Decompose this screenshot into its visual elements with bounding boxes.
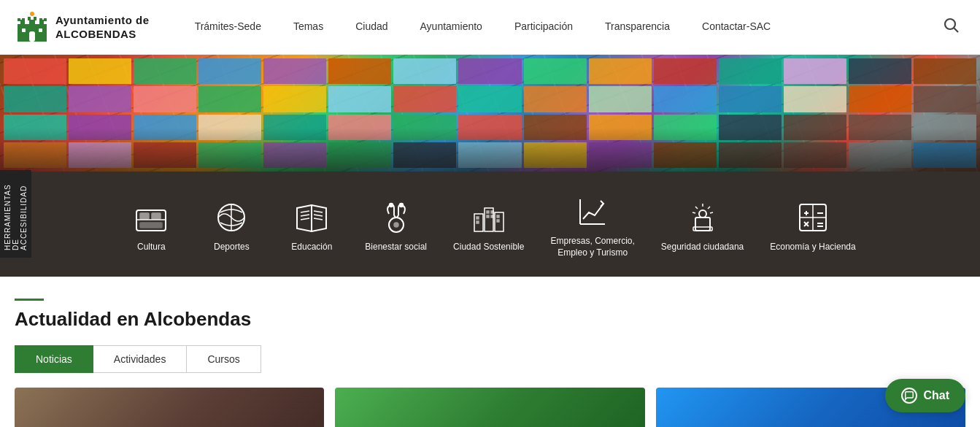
svg-point-25 (399, 203, 403, 207)
nav-contactar[interactable]: Contactar-SAC (686, 0, 787, 55)
news-image-1 (15, 388, 324, 427)
section-title: Actualidad en Alcobendas (15, 308, 965, 331)
news-images-row (15, 388, 965, 427)
accessibility-label: HERRAMIENTAS DE ACCESIBILIDAD (4, 177, 28, 250)
svg-rect-2 (29, 20, 35, 28)
cultura-icon (133, 199, 169, 236)
nav-tramites[interactable]: Trámites-Sede (179, 0, 277, 55)
svg-point-27 (394, 223, 398, 227)
ciudad-icon (471, 199, 507, 236)
categoria-empresas-label: Empresas, Comercio,Empleo y Turismo (550, 236, 634, 258)
empresas-icon (574, 193, 611, 230)
svg-rect-9 (44, 18, 47, 21)
category-deportes[interactable]: Deportes (191, 192, 271, 261)
categoria-deportes-label: Deportes (214, 242, 250, 253)
categoria-educacion-label: Educación (291, 242, 332, 253)
nav-participacion[interactable]: Participación (498, 0, 589, 55)
svg-rect-37 (497, 215, 499, 218)
chat-bubble-icon (904, 391, 914, 401)
section-accent-line (15, 299, 44, 301)
category-empresas[interactable]: Empresas, Comercio,Empleo y Turismo (537, 186, 647, 266)
svg-rect-18 (152, 213, 161, 219)
svg-rect-32 (477, 221, 479, 223)
categoria-ciudad-label: Ciudad Sostenible (453, 242, 524, 253)
svg-line-48 (692, 212, 695, 213)
accessibility-sidebar[interactable]: HERRAMIENTAS DE ACCESIBILIDAD (0, 170, 31, 258)
svg-rect-11 (22, 28, 26, 32)
chat-label: Chat (923, 389, 949, 402)
hero-overlay (0, 128, 980, 172)
svg-rect-7 (34, 17, 36, 20)
categoria-economia-label: Economía y Hacienda (770, 242, 855, 253)
svg-line-15 (954, 28, 959, 33)
search-button[interactable] (936, 10, 965, 44)
svg-point-13 (30, 12, 34, 16)
categoria-cultura-label: Cultura (137, 242, 166, 253)
svg-rect-35 (487, 215, 489, 218)
nav-ayuntamiento[interactable]: Ayuntamiento (404, 0, 498, 55)
header: Ayuntamiento de ALCOBENDAS Trámites-Sede… (0, 0, 980, 55)
search-icon (942, 16, 960, 34)
svg-rect-34 (491, 211, 493, 213)
svg-rect-6 (28, 17, 31, 20)
chat-button[interactable]: Chat (885, 379, 965, 412)
bienestar-icon (378, 199, 414, 236)
svg-point-14 (945, 19, 955, 29)
svg-point-43 (699, 210, 706, 218)
category-seguridad[interactable]: Seguridad ciudadana (648, 192, 757, 261)
economia-icon (795, 199, 831, 236)
content-section: Actualidad en Alcobendas Noticias Activi… (0, 277, 980, 427)
main-nav: Trámites-Sede Temas Ciudad Ayuntamiento … (179, 0, 936, 55)
hero-image (0, 55, 980, 172)
svg-rect-4 (18, 18, 20, 21)
svg-rect-8 (39, 18, 42, 21)
categories-bar: Cultura Deportes (0, 172, 980, 277)
seguridad-icon (684, 199, 721, 236)
svg-rect-5 (22, 18, 25, 21)
category-educacion[interactable]: Educación (271, 192, 352, 261)
categoria-bienestar-label: Bienestar social (365, 242, 427, 253)
category-ciudad[interactable]: Ciudad Sostenible (440, 192, 537, 261)
nav-temas[interactable]: Temas (277, 0, 339, 55)
svg-rect-31 (477, 217, 479, 219)
svg-line-46 (695, 207, 698, 209)
svg-rect-20 (140, 223, 162, 228)
nav-transparencia[interactable]: Transparencia (589, 0, 686, 55)
logo-icon (15, 9, 50, 45)
category-economia[interactable]: Economía y Hacienda (757, 192, 868, 261)
nav-ciudad[interactable]: Ciudad (339, 0, 404, 55)
svg-rect-36 (491, 215, 493, 218)
svg-rect-12 (39, 28, 42, 32)
svg-rect-41 (695, 218, 710, 231)
category-cultura[interactable]: Cultura (111, 192, 191, 261)
deportes-icon (213, 199, 250, 236)
news-image-2 (335, 388, 644, 427)
svg-line-45 (708, 207, 710, 209)
categoria-seguridad-label: Seguridad ciudadana (661, 242, 744, 253)
logo[interactable]: Ayuntamiento de ALCOBENDAS (15, 9, 150, 45)
svg-line-47 (710, 212, 713, 213)
category-bienestar[interactable]: Bienestar social (352, 192, 440, 261)
tab-cursos[interactable]: Cursos (187, 345, 261, 373)
tab-noticias[interactable]: Noticias (15, 345, 93, 373)
chat-icon (901, 388, 917, 404)
svg-rect-38 (497, 220, 499, 222)
tab-actividades[interactable]: Actividades (93, 345, 188, 373)
svg-rect-17 (140, 213, 149, 219)
svg-rect-33 (487, 211, 489, 213)
logo-text: Ayuntamiento de ALCOBENDAS (55, 13, 150, 42)
svg-point-26 (389, 203, 393, 207)
svg-rect-10 (29, 31, 35, 42)
tabs-row: Noticias Actividades Cursos (15, 345, 965, 373)
educacion-icon (293, 199, 330, 236)
